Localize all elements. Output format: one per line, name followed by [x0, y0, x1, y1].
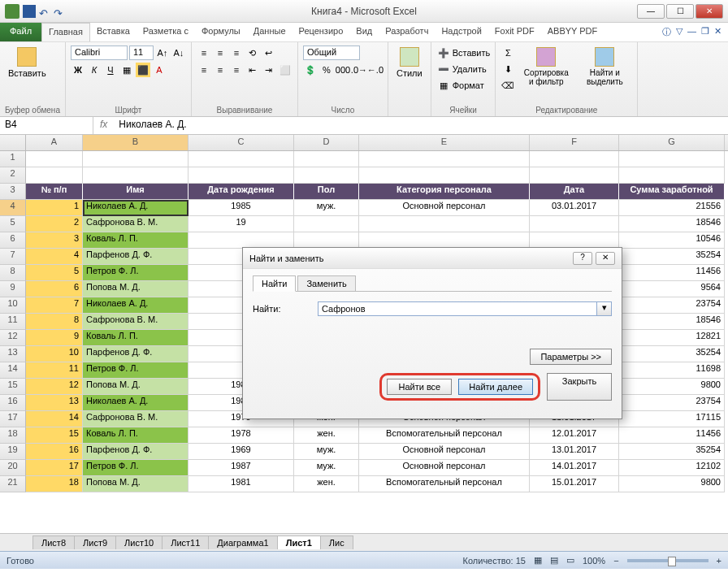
format-cells-icon[interactable]: ▦: [436, 78, 451, 93]
row-header-18[interactable]: 18: [0, 427, 26, 444]
sort-filter-button[interactable]: Сортировка и фильтр: [518, 46, 574, 88]
cell[interactable]: 7: [26, 297, 83, 314]
ribbon-tab-10[interactable]: ABBYY PDF: [541, 23, 604, 41]
cell[interactable]: [359, 167, 530, 184]
indent-inc-icon[interactable]: ⇥: [262, 63, 276, 77]
cell[interactable]: Попова М. Д.: [83, 476, 188, 492]
cell[interactable]: Вспомогательный персонал: [359, 427, 530, 444]
cell[interactable]: 35254: [619, 444, 725, 460]
cell[interactable]: 5: [26, 265, 83, 281]
cell[interactable]: Парфенов Д. Ф.: [83, 444, 188, 460]
cell[interactable]: 17115: [619, 411, 725, 427]
dec-decimal-icon[interactable]: ←.0: [368, 63, 383, 77]
cell[interactable]: 6: [26, 281, 83, 297]
cell[interactable]: [188, 151, 294, 167]
sheet-tab[interactable]: Лис: [320, 535, 353, 549]
ribbon-tab-0[interactable]: Главная: [41, 23, 90, 41]
cell[interactable]: Коваль Л. П.: [83, 330, 188, 346]
cell[interactable]: [359, 216, 530, 232]
maximize-button[interactable]: ☐: [666, 4, 694, 19]
cell[interactable]: муж.: [294, 460, 359, 476]
align-mid-icon[interactable]: ≡: [213, 46, 228, 60]
cell[interactable]: [359, 232, 530, 249]
row-header-13[interactable]: 13: [0, 346, 26, 362]
row-header-11[interactable]: 11: [0, 314, 26, 330]
cell[interactable]: Попова М. Д.: [83, 281, 188, 297]
grow-font-icon[interactable]: A↑: [155, 46, 170, 60]
row-header-4[interactable]: 4: [0, 200, 26, 216]
find-all-button[interactable]: Найти все: [387, 379, 452, 395]
sheet-tab[interactable]: Диаграмма1: [208, 535, 277, 549]
formula-content[interactable]: Николаев А. Д.: [114, 117, 728, 134]
row-header-16[interactable]: 16: [0, 395, 26, 411]
cell[interactable]: 3: [26, 232, 83, 249]
find-select-button[interactable]: Найти и выделить: [577, 46, 632, 88]
cell[interactable]: 18: [26, 476, 83, 492]
close-dialog-button[interactable]: Закрыть: [547, 373, 612, 401]
cell[interactable]: 35254: [619, 249, 725, 265]
sheet-tab[interactable]: Лист1: [277, 535, 321, 549]
underline-icon[interactable]: Ч: [103, 63, 118, 77]
cell[interactable]: 12.01.2017: [530, 427, 619, 444]
cell[interactable]: 19: [188, 216, 294, 232]
cell[interactable]: [530, 216, 619, 232]
cell[interactable]: Основной персонал: [359, 444, 530, 460]
find-next-button[interactable]: Найти далее: [458, 379, 533, 395]
insert-cells-icon[interactable]: ➕: [436, 46, 451, 60]
find-dropdown-icon[interactable]: ▾: [597, 301, 612, 316]
fill-color-icon[interactable]: ⬛: [136, 63, 150, 77]
dialog-help-button[interactable]: ?: [573, 252, 592, 265]
sheet-tab[interactable]: Лист11: [162, 535, 209, 549]
ribbon-tab-1[interactable]: Вставка: [90, 23, 136, 41]
row-header-3[interactable]: 3: [0, 184, 26, 200]
comma-icon[interactable]: 000: [336, 63, 350, 77]
cell[interactable]: 03.01.2017: [530, 200, 619, 216]
column-header-B[interactable]: B: [83, 135, 188, 150]
sheet-tab[interactable]: Лист10: [115, 535, 162, 549]
cell[interactable]: [188, 167, 294, 184]
column-header-E[interactable]: E: [359, 135, 530, 150]
cell[interactable]: 11698: [619, 362, 725, 379]
cell[interactable]: 9564: [619, 281, 725, 297]
ribbon-tab-5[interactable]: Рецензиро: [292, 23, 350, 41]
row-header-7[interactable]: 7: [0, 249, 26, 265]
zoom-slider[interactable]: [627, 559, 708, 562]
cell[interactable]: 1: [26, 200, 83, 216]
ribbon-tab-7[interactable]: Разработч: [379, 23, 435, 41]
fill-icon[interactable]: ⬇: [500, 62, 515, 76]
ribbon-tab-9[interactable]: Foxit PDF: [488, 23, 541, 41]
find-tab[interactable]: Найти: [253, 275, 296, 292]
number-format-combo[interactable]: Общий: [303, 46, 360, 60]
row-header-17[interactable]: 17: [0, 411, 26, 427]
replace-tab[interactable]: Заменить: [297, 275, 355, 292]
row-header-15[interactable]: 15: [0, 379, 26, 395]
cell[interactable]: Николаев А. Д.: [83, 200, 188, 216]
column-header-A[interactable]: A: [26, 135, 83, 150]
align-right-icon[interactable]: ≡: [229, 63, 244, 77]
table-header[interactable]: № п/п: [26, 184, 83, 200]
row-header-12[interactable]: 12: [0, 330, 26, 346]
row-header-5[interactable]: 5: [0, 216, 26, 232]
cell[interactable]: Коваль Л. П.: [83, 232, 188, 249]
orientation-icon[interactable]: ⟲: [245, 46, 260, 60]
ribbon-tab-8[interactable]: Надстрой: [435, 23, 488, 41]
cell[interactable]: 15: [26, 427, 83, 444]
cell[interactable]: 12821: [619, 330, 725, 346]
select-all-corner[interactable]: [0, 135, 26, 150]
help-icon[interactable]: ⓘ: [662, 26, 671, 38]
cell[interactable]: 18546: [619, 216, 725, 232]
fx-icon[interactable]: fx: [93, 117, 114, 134]
cell[interactable]: 9800: [619, 476, 725, 492]
cell[interactable]: жен.: [294, 476, 359, 492]
font-color-icon[interactable]: A: [152, 63, 167, 77]
cell[interactable]: Основной персонал: [359, 460, 530, 476]
column-header-G[interactable]: G: [619, 135, 725, 150]
cell[interactable]: [530, 232, 619, 249]
cell[interactable]: Петров Ф. Л.: [83, 460, 188, 476]
cell[interactable]: [619, 167, 725, 184]
cell[interactable]: [83, 151, 188, 167]
redo-icon[interactable]: [54, 6, 65, 17]
view-normal-icon[interactable]: ▦: [534, 555, 542, 566]
cell[interactable]: 1981: [188, 476, 294, 492]
cell[interactable]: Парфенов Д. Ф.: [83, 249, 188, 265]
